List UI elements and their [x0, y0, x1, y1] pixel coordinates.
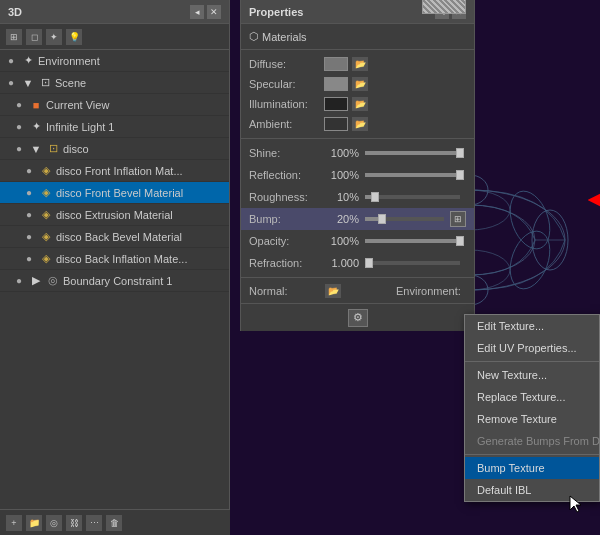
eye-icon-disco[interactable]: ●	[12, 142, 26, 156]
ctx-remove-texture[interactable]: Remove Texture	[465, 408, 599, 430]
layer-item-disco-back-inflation[interactable]: ● ◈ disco Back Inflation Mate...	[0, 248, 229, 270]
reflection-value: 100%	[319, 169, 359, 181]
specular-folder-btn[interactable]: 📂	[352, 77, 368, 91]
refraction-slider[interactable]	[365, 261, 460, 265]
bump-texture-btn[interactable]: ⊞	[450, 211, 466, 227]
refraction-row: Refraction: 1.000	[241, 252, 474, 274]
sliders-section: Shine: 100% Reflection: 100% Roughness: …	[241, 139, 474, 277]
layer-bottom-toolbar: + 📁 ◎ ⛓ ⋯ 🗑	[0, 509, 230, 535]
layer-item-disco-back-bevel[interactable]: ● ◈ disco Back Bevel Material	[0, 226, 229, 248]
left-panel-collapse[interactable]: ◂	[190, 5, 204, 19]
bulb-icon[interactable]: 💡	[66, 29, 82, 45]
eye-icon-disco-ext[interactable]: ●	[22, 208, 36, 222]
reflection-row: Reflection: 100%	[241, 164, 474, 186]
normal-label: Normal:	[249, 285, 319, 297]
layer-name-infinite-light: Infinite Light 1	[46, 121, 225, 133]
eye-icon[interactable]: ●	[4, 54, 18, 68]
ctx-bump-texture[interactable]: Bump Texture	[465, 457, 599, 479]
dots-icon[interactable]: ⋯	[86, 515, 102, 531]
roughness-slider[interactable]	[365, 195, 460, 199]
illumination-swatch[interactable]	[324, 97, 348, 111]
ambient-folder-btn[interactable]: 📂	[352, 117, 368, 131]
layer-name-environment: Environment	[38, 55, 225, 67]
mat-icon-bi: ◈	[39, 252, 53, 266]
layer-item-boundary[interactable]: ● ▶ ◎ Boundary Constraint 1	[0, 270, 229, 292]
diffuse-folder-btn[interactable]: 📂	[352, 57, 368, 71]
eye-icon-disco-bi[interactable]: ●	[22, 252, 36, 266]
layer-name-scene: Scene	[55, 77, 225, 89]
reflection-slider[interactable]	[365, 173, 460, 177]
mat-icon-fb: ◈	[39, 186, 53, 200]
add-layer-icon[interactable]: +	[6, 515, 22, 531]
eye-icon-disco-bb[interactable]: ●	[22, 230, 36, 244]
bump-value: 20%	[319, 213, 359, 225]
refraction-value: 1.000	[319, 257, 359, 269]
texture-thumbnail[interactable]	[422, 0, 466, 14]
specular-swatch[interactable]	[324, 77, 348, 91]
environment-label: Environment:	[396, 285, 466, 297]
environment-icon: ✦	[21, 54, 35, 68]
specular-row: Specular: 📂	[241, 74, 474, 94]
folder-layer-icon[interactable]: 📁	[26, 515, 42, 531]
illumination-folder-btn[interactable]: 📂	[352, 97, 368, 111]
eye-icon-disco-fi[interactable]: ●	[22, 164, 36, 178]
eye-icon-scene[interactable]: ●	[4, 76, 18, 90]
ctx-replace-texture[interactable]: Replace Texture...	[465, 386, 599, 408]
shine-label: Shine:	[249, 147, 319, 159]
shine-slider[interactable]	[365, 151, 460, 155]
opacity-slider[interactable]	[365, 239, 460, 243]
ctx-new-texture[interactable]: New Texture...	[465, 364, 599, 386]
props-tab-bar: ⬡ Materials	[241, 24, 474, 50]
layer-item-disco-front-inflation[interactable]: ● ◈ disco Front Inflation Mat...	[0, 160, 229, 182]
eye-icon-boundary[interactable]: ●	[12, 274, 26, 288]
settings-btn[interactable]: ⚙	[348, 309, 368, 327]
diffuse-swatch[interactable]	[324, 57, 348, 71]
layer-item-disco[interactable]: ● ▼ ⊡ disco	[0, 138, 229, 160]
target-icon[interactable]: ◎	[46, 515, 62, 531]
materials-tab-label: Materials	[262, 31, 307, 43]
props-footer: ⚙	[241, 303, 474, 331]
ctx-separator-2	[465, 454, 599, 455]
illumination-row: Illumination: 📂	[241, 94, 474, 114]
materials-tab-icon: ⬡	[249, 30, 259, 43]
opacity-label: Opacity:	[249, 235, 319, 247]
scene-icon[interactable]: ⊞	[6, 29, 22, 45]
mesh-icon[interactable]: ◻	[26, 29, 42, 45]
link-icon[interactable]: ⛓	[66, 515, 82, 531]
eye-icon-current-view[interactable]: ●	[12, 98, 26, 112]
scene-mesh-icon: ⊡	[38, 76, 52, 90]
roughness-row: Roughness: 10%	[241, 186, 474, 208]
shine-row: Shine: 100%	[241, 142, 474, 164]
materials-tab[interactable]: ⬡ Materials	[249, 30, 307, 43]
ctx-generate-bumps[interactable]: Generate Bumps From D	[465, 430, 599, 452]
layer-name-disco-fb: disco Front Bevel Material	[56, 187, 225, 199]
context-menu: Edit Texture... Edit UV Properties... Ne…	[464, 314, 600, 502]
light-bulb-icon: ✦	[29, 120, 43, 134]
layer-name-disco-fi: disco Front Inflation Mat...	[56, 165, 225, 177]
mat-icon-bb: ◈	[39, 230, 53, 244]
ctx-edit-texture[interactable]: Edit Texture...	[465, 315, 599, 337]
boundary-icon: ◎	[46, 274, 60, 288]
eye-icon-disco-fb[interactable]: ●	[22, 186, 36, 200]
props-panel: Properties ◂ ✕ ⬡ Materials Diffuse: 📂 Sp…	[240, 0, 475, 331]
normal-folder-btn[interactable]: 📂	[325, 284, 341, 298]
layer-item-infinite-light[interactable]: ● ✦ Infinite Light 1	[0, 116, 229, 138]
layer-item-current-view[interactable]: ● ■ Current View	[0, 94, 229, 116]
ctx-edit-uv[interactable]: Edit UV Properties...	[465, 337, 599, 359]
ambient-swatch[interactable]	[324, 117, 348, 131]
trash-icon[interactable]: 🗑	[106, 515, 122, 531]
layers-list: ● ✦ Environment ● ▼ ⊡ Scene ● ■ Current …	[0, 50, 229, 292]
camera-icon: ■	[29, 98, 43, 112]
eye-icon-light[interactable]: ●	[12, 120, 26, 134]
layer-item-environment[interactable]: ● ✦ Environment	[0, 50, 229, 72]
ctx-default-ibl[interactable]: Default IBL	[465, 479, 599, 501]
layer-item-disco-front-bevel[interactable]: ● ◈ disco Front Bevel Material	[0, 182, 229, 204]
light-icon[interactable]: ✦	[46, 29, 62, 45]
props-title: Properties	[249, 6, 303, 18]
layer-item-scene[interactable]: ● ▼ ⊡ Scene	[0, 72, 229, 94]
bump-slider[interactable]	[365, 217, 444, 221]
props-bottom: Normal: 📂 Environment:	[241, 277, 474, 303]
layer-item-disco-extrusion[interactable]: ● ◈ disco Extrusion Material	[0, 204, 229, 226]
roughness-value: 10%	[319, 191, 359, 203]
left-panel-close[interactable]: ✕	[207, 5, 221, 19]
